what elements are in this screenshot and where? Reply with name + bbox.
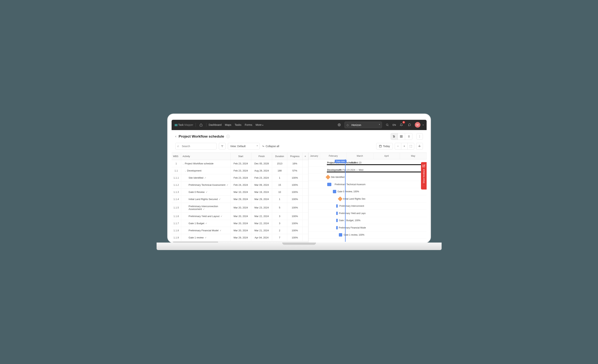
cell-finish: Mar 19, 2024 (251, 188, 272, 196)
gantt-label: Preliminary Interconnecti (340, 205, 364, 207)
table-row[interactable]: 1.1.9 Gate 1 review✓ Mar 29, 2024 Apr 04… (172, 234, 308, 241)
task-bar[interactable] (336, 226, 338, 229)
view-gantt[interactable] (391, 133, 398, 140)
table-header-row: WBS Activity Start Finish Duration Progr… (172, 153, 308, 160)
task-bar[interactable] (336, 204, 338, 208)
cell-finish: Mar 23, 2024 (251, 203, 272, 213)
task-bar[interactable] (336, 219, 338, 222)
language-switcher[interactable]: EN (392, 124, 396, 126)
info-icon[interactable]: i (226, 135, 230, 138)
cell-activity: Gate 1 review✓ (181, 234, 230, 241)
view-selector[interactable]: View: Default (228, 143, 260, 149)
gantt-row: Preliminary Financial Mode (308, 224, 427, 232)
table-row[interactable]: 1.1.8 Preliminary Financial Model✓ Mar 2… (172, 227, 308, 234)
gantt-row: Preliminary Interconnecti (308, 203, 427, 210)
cell-wbs: 1.1.3 (172, 188, 181, 196)
gantt-label: Gate 1 review, 100% (344, 233, 365, 236)
home-button[interactable] (198, 122, 204, 128)
divider (196, 123, 196, 127)
check-icon: ✓ (206, 191, 208, 193)
col-activity[interactable]: Activity (181, 153, 230, 160)
cell-extra (302, 160, 308, 167)
check-icon: ✓ (219, 198, 221, 200)
task-box[interactable] (339, 233, 342, 237)
milestone-diamond[interactable] (338, 196, 342, 201)
nav-tasks[interactable]: Tasks (235, 123, 241, 126)
cell-extra (302, 188, 308, 196)
filter-button[interactable] (219, 143, 226, 149)
table-row[interactable]: 1.1.1 Site Identified✓ Feb 23, 2024 Feb … (172, 174, 308, 181)
feedback-tab[interactable]: Share feedback ⋯ (421, 162, 427, 190)
cell-start: Feb 23, 2024 (230, 167, 251, 174)
list-icon (407, 135, 410, 138)
app-logo: ▮▮ TaskMapper (174, 123, 193, 126)
col-duration[interactable]: Duration (272, 153, 287, 160)
back-button[interactable]: ‹ (175, 134, 176, 138)
schedule-settings[interactable] (416, 143, 423, 149)
settings-button[interactable] (336, 122, 342, 128)
schedule-table: WBS Activity Start Finish Duration Progr… (172, 153, 308, 241)
today-button[interactable]: Today (376, 143, 393, 149)
table-row[interactable]: 1.1.7 Gate 1 Budget✓ Mar 20, 2024 Mar 22… (172, 220, 308, 227)
milestone-diamond[interactable] (325, 175, 330, 180)
project-selector-value: Horizon (351, 123, 361, 126)
col-wbs[interactable]: WBS (172, 153, 181, 160)
view-table[interactable] (398, 133, 405, 140)
table-row[interactable]: 1.1.6 Preliminary Yield and Layout✓ Mar … (172, 213, 308, 220)
notifications-button[interactable]: 6 (398, 122, 404, 128)
gantt-label: Preliminary Technical Assessm (335, 183, 366, 186)
gantt-label: Gate 0 Review, 100% (338, 190, 359, 193)
table-row[interactable]: 1.1.5 Preliminary Interconnection Assess… (172, 203, 308, 213)
svg-rect-5 (400, 135, 402, 138)
view-list[interactable] (405, 133, 412, 140)
col-start[interactable]: Start (230, 153, 251, 160)
cell-extra (302, 203, 308, 213)
gantt-row: Preliminary Technical Assessm (308, 181, 427, 188)
col-finish[interactable]: Finish (251, 153, 272, 160)
zoom-in[interactable]: + (401, 143, 408, 149)
month-jan: January (308, 153, 320, 159)
task-bar[interactable] (327, 183, 331, 186)
nav-forms[interactable]: Forms (245, 123, 252, 126)
cell-duration: 1 (272, 174, 287, 181)
nav-maps[interactable]: Maps (225, 123, 231, 126)
cell-extra (302, 213, 308, 220)
gantt-row: Preliminary Yield and Layo (308, 210, 427, 217)
cell-start: Mar 29, 2024 (230, 234, 251, 241)
expand-toggle[interactable]: ⌵ (183, 163, 184, 165)
cell-duration: 7 (272, 234, 287, 241)
chevron-down-icon[interactable]: ▾ (423, 124, 424, 126)
cell-wbs: 1 (172, 160, 181, 167)
table-row[interactable]: 1 ⌵Project Workflow schedule Feb 23, 202… (172, 160, 308, 167)
task-bar[interactable] (336, 212, 338, 215)
month-mar: March (347, 153, 373, 159)
cell-start: Feb 23, 2024 (230, 160, 251, 167)
expand-toggle[interactable]: ⌵ (185, 170, 186, 172)
chat-button[interactable] (407, 122, 413, 128)
table-row[interactable]: 1.1 ⌵Development Feb 23, 2024 Aug 28, 20… (172, 167, 308, 174)
collapse-all-button[interactable]: Collapse all (262, 145, 279, 148)
project-selector[interactable]: Horizon (344, 122, 382, 128)
gantt-body[interactable]: Data date Project Workflow schedule Fri … (308, 159, 427, 242)
user-avatar[interactable]: M (415, 122, 420, 128)
zoom-out[interactable]: − (395, 143, 401, 149)
more-options[interactable]: ⋮ (416, 133, 423, 140)
cell-finish: Mar 22, 2024 (251, 213, 272, 220)
table-row[interactable]: 1.1.4 Initial Land Rights Secured✓ Mar 2… (172, 196, 308, 203)
table-row[interactable]: 1.1.3 Gate 0 Review✓ Mar 10, 2024 Mar 19… (172, 188, 308, 196)
gantt-summary-row: Development Fri Feb 23 2024 — Wed (308, 166, 427, 174)
nav-dashboard[interactable]: Dashboard (209, 123, 222, 126)
col-progress[interactable]: Progress (287, 153, 302, 160)
horizontal-scrollbar[interactable] (172, 241, 308, 242)
fullscreen[interactable] (408, 143, 414, 149)
search-input[interactable] (175, 143, 216, 149)
cell-extra (302, 174, 308, 181)
cell-start: Mar 20, 2024 (230, 220, 251, 227)
search-button[interactable] (384, 122, 390, 128)
task-box[interactable] (333, 190, 336, 193)
search-icon (386, 123, 389, 126)
nav-more[interactable]: More ▾ (256, 123, 263, 126)
scrollbar-thumb[interactable] (173, 242, 218, 242)
add-column[interactable]: + (302, 153, 308, 160)
table-row[interactable]: 1.1.2 Preliminary Technical Assessment✓ … (172, 181, 308, 188)
